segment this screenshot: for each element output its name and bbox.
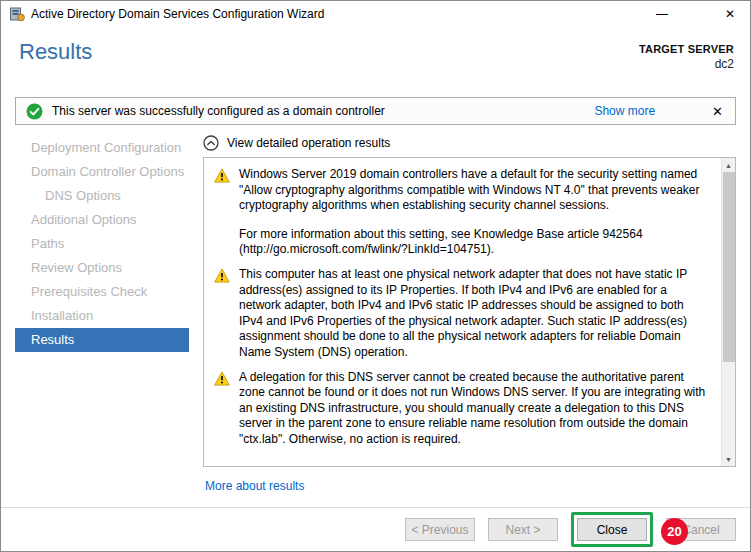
warning-item: A delegation for this DNS server cannot …: [214, 370, 709, 448]
banner-message: This server was successfully configured …: [52, 104, 585, 118]
close-wizard-button[interactable]: Close: [577, 518, 647, 541]
annotation-step-badge: 20: [661, 518, 688, 545]
annotation-highlight-box: Close: [571, 512, 653, 547]
warning-text: Windows Server 2019 domain controllers h…: [239, 167, 709, 258]
sidebar-item-additional-options: Additional Options: [15, 208, 189, 232]
details-toggle[interactable]: View detailed operation results: [203, 133, 736, 153]
target-server-label: TARGET SERVER: [639, 43, 734, 55]
banner-close-button[interactable]: ✕: [710, 104, 725, 119]
titlebar-spacer: [682, 1, 710, 27]
warning-text: A delegation for this DNS server cannot …: [239, 370, 709, 448]
scroll-down-icon[interactable]: ▼: [722, 452, 735, 466]
success-banner: This server was successfully configured …: [15, 97, 736, 125]
collapse-icon: [203, 135, 219, 151]
operation-results-panel: Windows Server 2019 domain controllers h…: [203, 157, 736, 467]
show-more-link[interactable]: Show more: [594, 104, 655, 118]
next-button[interactable]: Next >: [488, 518, 558, 541]
window-close-button[interactable]: ✕: [710, 1, 750, 27]
warning-icon: [214, 168, 230, 258]
previous-button[interactable]: < Previous: [405, 518, 475, 541]
sidebar-item-paths: Paths: [15, 232, 189, 256]
wizard-step-sidebar: Deployment Configuration Domain Controll…: [15, 133, 189, 494]
content-row: Deployment Configuration Domain Controll…: [15, 133, 736, 494]
success-icon: [26, 103, 43, 120]
titlebar: Active Directory Domain Services Configu…: [1, 1, 750, 27]
warning-text: This computer has at least one physical …: [239, 267, 709, 361]
warning-item: This computer has at least one physical …: [214, 267, 709, 361]
main-pane: View detailed operation results Windows …: [189, 133, 736, 494]
warning-paragraph: A delegation for this DNS server cannot …: [239, 370, 709, 448]
details-toggle-label: View detailed operation results: [227, 136, 390, 150]
sidebar-item-deployment-configuration: Deployment Configuration: [15, 136, 189, 160]
warning-paragraph: This computer has at least one physical …: [239, 267, 709, 361]
sidebar-item-prerequisites-check: Prerequisites Check: [15, 280, 189, 304]
results-scrollbar[interactable]: ▲ ▼: [721, 158, 735, 466]
wizard-window: Active Directory Domain Services Configu…: [0, 0, 751, 552]
sidebar-item-domain-controller-options: Domain Controller Options: [15, 160, 189, 184]
minimize-button[interactable]: —: [642, 1, 682, 27]
sidebar-item-results[interactable]: Results: [15, 328, 189, 352]
page-title: Results: [19, 39, 92, 91]
warning-item: Windows Server 2019 domain controllers h…: [214, 167, 709, 258]
sidebar-item-installation: Installation: [15, 304, 189, 328]
target-server-name: dc2: [639, 57, 734, 71]
window-controls: — ✕: [642, 1, 750, 27]
app-icon: [9, 6, 25, 22]
target-server: TARGET SERVER dc2: [639, 39, 734, 91]
more-about-results-link[interactable]: More about results: [205, 479, 304, 493]
warning-icon: [214, 268, 230, 361]
scrollbar-thumb[interactable]: [723, 172, 735, 362]
warning-paragraph: For more information about this setting,…: [239, 227, 709, 258]
scroll-up-icon[interactable]: ▲: [722, 158, 735, 172]
sidebar-item-dns-options: DNS Options: [15, 184, 189, 208]
warning-paragraph: Windows Server 2019 domain controllers h…: [239, 167, 709, 214]
window-title: Active Directory Domain Services Configu…: [31, 7, 324, 21]
warning-icon: [214, 371, 230, 448]
wizard-header: Results TARGET SERVER dc2: [1, 27, 750, 91]
sidebar-item-review-options: Review Options: [15, 256, 189, 280]
footer-button-bar: < Previous Next > Close Cancel: [1, 507, 750, 551]
